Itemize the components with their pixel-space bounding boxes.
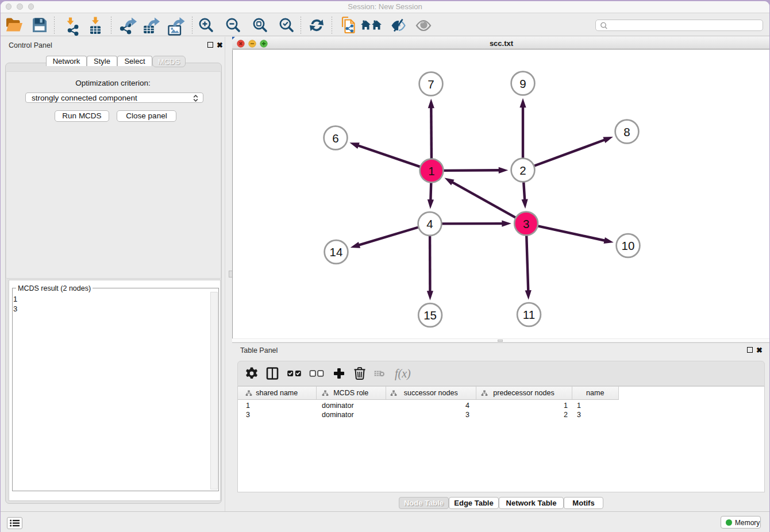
svg-text:9: 9 — [519, 77, 526, 90]
svg-text:11: 11 — [523, 308, 535, 321]
svg-text:3: 3 — [523, 217, 529, 230]
svg-text:14: 14 — [330, 245, 343, 259]
svg-text:2: 2 — [519, 164, 526, 177]
svg-text:6: 6 — [332, 132, 338, 145]
svg-text:1: 1 — [428, 164, 434, 178]
svg-text:7: 7 — [428, 78, 434, 91]
svg-text:4: 4 — [426, 217, 433, 230]
svg-text:8: 8 — [623, 125, 630, 138]
svg-text:15: 15 — [424, 309, 437, 322]
svg-text:10: 10 — [622, 239, 635, 252]
svg-text:f(x): f(x) — [395, 367, 411, 380]
